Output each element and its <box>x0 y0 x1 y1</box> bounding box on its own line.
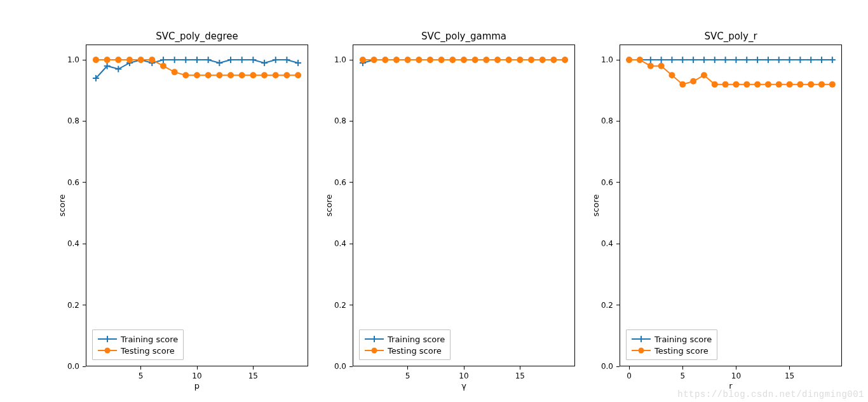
dot-marker <box>776 81 782 88</box>
plus-marker <box>172 57 178 63</box>
plus-marker <box>679 57 686 63</box>
y-tick-mark <box>616 60 620 60</box>
y-tick-label: 0.2 <box>67 301 79 310</box>
plus-marker <box>690 57 696 63</box>
dot-marker <box>115 57 121 63</box>
plus-marker <box>712 57 718 63</box>
dot-marker <box>261 72 268 78</box>
y-tick-mark <box>83 60 86 60</box>
x-tick-mark <box>789 366 790 370</box>
chart-title: SVC_poly_r <box>620 31 842 42</box>
dot-marker <box>438 57 445 63</box>
y-tick-label: 0.2 <box>334 301 346 310</box>
legend-label-testing: Testing score <box>654 346 709 356</box>
dot-marker <box>765 81 771 88</box>
y-tick-mark <box>349 60 353 60</box>
y-tick-label: 1.0 <box>601 55 613 64</box>
y-tick-label: 0.0 <box>601 362 613 371</box>
dot-marker <box>93 57 99 63</box>
y-tick-mark <box>83 121 86 121</box>
y-tick-label: 0.8 <box>67 116 79 125</box>
plus-marker <box>754 57 761 63</box>
plus-marker <box>194 57 200 63</box>
plus-marker <box>776 57 782 63</box>
dot-marker <box>712 81 718 88</box>
dot-marker <box>104 57 111 63</box>
dot-icon <box>372 348 377 354</box>
dot-marker <box>239 72 245 78</box>
plot-svg <box>620 45 842 366</box>
dot-marker <box>626 57 632 63</box>
y-tick-label: 0.8 <box>334 116 346 125</box>
subplot-degree: SVC_poly_degree score p Training score T… <box>86 45 308 366</box>
y-tick-label: 0.4 <box>601 239 613 248</box>
dot-marker <box>182 72 189 78</box>
dot-icon <box>105 348 111 354</box>
y-tick-label: 0.0 <box>334 362 346 371</box>
x-tick-mark <box>464 366 465 370</box>
dot-marker <box>494 57 501 63</box>
dot-marker <box>517 57 523 63</box>
legend-row-training: Training score <box>632 333 712 345</box>
y-tick-mark <box>349 366 353 367</box>
x-tick-mark <box>140 366 141 370</box>
y-tick-label: 0.6 <box>67 178 79 187</box>
x-tick-mark <box>197 366 198 370</box>
y-tick-mark <box>83 305 86 305</box>
plus-marker <box>295 60 301 66</box>
y-axis-label: score <box>591 195 600 217</box>
watermark-text: https://blog.csdn.net/dingming001 <box>677 389 864 399</box>
dot-marker <box>483 57 489 63</box>
dot-marker <box>562 57 568 63</box>
y-tick-label: 0.4 <box>334 239 346 248</box>
x-tick-label: 10 <box>459 371 468 380</box>
x-tick-mark <box>520 366 520 370</box>
legend-swatch-training <box>632 335 651 343</box>
dot-marker <box>722 81 729 88</box>
dot-marker <box>808 81 814 88</box>
dot-marker <box>679 81 686 88</box>
dot-marker <box>216 72 222 78</box>
plus-marker <box>216 60 222 66</box>
legend-row-training: Training score <box>98 333 178 345</box>
dot-marker <box>205 72 212 78</box>
plus-marker <box>658 57 665 63</box>
plot-svg <box>86 45 308 366</box>
legend-label-training: Training score <box>654 335 712 344</box>
dot-marker <box>506 57 512 63</box>
dot-marker <box>126 57 133 63</box>
plus-marker <box>733 57 739 63</box>
plus-marker <box>787 57 793 63</box>
legend-label-testing: Testing score <box>388 346 442 356</box>
dot-marker <box>733 81 739 88</box>
dot-marker <box>787 81 793 88</box>
dot-marker <box>668 72 675 78</box>
y-tick-label: 0.4 <box>67 239 79 248</box>
x-tick-label: 5 <box>139 371 144 380</box>
y-tick-mark <box>349 182 353 183</box>
y-tick-mark <box>349 305 353 305</box>
plus-marker <box>765 57 771 63</box>
x-tick-mark <box>253 366 254 370</box>
dot-marker <box>648 63 654 69</box>
plus-marker <box>743 57 750 63</box>
dot-marker <box>149 57 155 63</box>
plus-marker <box>668 57 675 63</box>
dot-marker <box>461 57 467 63</box>
legend-row-testing: Testing score <box>632 345 712 356</box>
subplot-gamma: SVC_poly_gamma score γ Training score Te… <box>353 45 575 366</box>
dot-marker <box>405 57 411 63</box>
dot-marker <box>472 57 478 63</box>
dot-marker <box>701 72 707 78</box>
legend-label-training: Training score <box>121 335 178 344</box>
dot-marker <box>283 72 290 78</box>
plus-marker <box>283 57 290 63</box>
x-tick-label: 5 <box>405 371 410 380</box>
subplot-r: SVC_poly_r score r Training score Testin… <box>620 45 842 366</box>
x-tick-label: 15 <box>248 371 258 380</box>
plus-marker <box>250 57 256 63</box>
x-axis-label: γ <box>353 381 575 391</box>
x-axis-label: p <box>86 381 308 391</box>
legend-row-testing: Testing score <box>365 345 445 356</box>
dot-marker <box>690 78 696 85</box>
